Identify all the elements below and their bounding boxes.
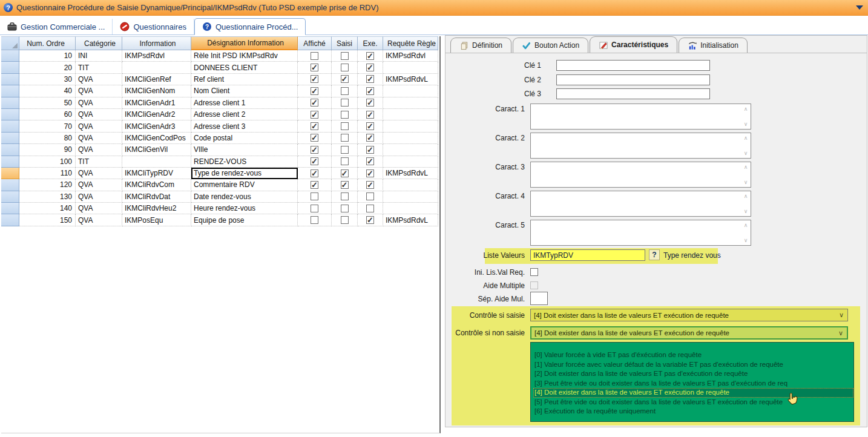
cell-saisi[interactable]	[332, 156, 358, 168]
saisi-checkbox[interactable]	[341, 122, 349, 130]
row-selector[interactable]	[1, 203, 19, 214]
row-selector[interactable]	[1, 74, 19, 85]
caract-4-textarea[interactable]: ∧∨	[530, 191, 751, 217]
cell-exe[interactable]	[358, 109, 383, 120]
cell-affiche[interactable]	[298, 144, 332, 156]
cell-saisi[interactable]	[332, 214, 358, 226]
affiche-checkbox[interactable]	[311, 52, 318, 60]
liste-valeurs-help-button[interactable]: ?	[649, 249, 660, 260]
cell-affiche[interactable]	[298, 133, 332, 144]
cell-designation[interactable]: Adresse client 1	[191, 97, 298, 109]
cell-designation[interactable]: Ref client	[191, 74, 298, 85]
cell-exe[interactable]	[358, 50, 383, 62]
panel-tab-bouton-action[interactable]: Bouton Action	[513, 38, 588, 53]
cell-information[interactable]: IKMCliRdvCom	[122, 179, 191, 191]
caract-5-textarea[interactable]: ∧∨	[530, 220, 751, 246]
table-row[interactable]: 140QVAIKMCliRdvHeu2Heure rendez-vous	[1, 203, 439, 214]
cell-affiche[interactable]	[298, 120, 332, 132]
cell-requete[interactable]	[383, 85, 438, 97]
table-row[interactable]: 40QVAIKMCliGenNomNom Client	[1, 85, 439, 97]
exe-checkbox[interactable]	[366, 192, 374, 200]
cell-designation[interactable]: Code postal	[191, 133, 298, 144]
cell-saisi[interactable]	[332, 85, 358, 97]
column-header-cat-gorie[interactable]: Catégorie	[76, 36, 122, 50]
cell-categorie[interactable]: INI	[76, 50, 122, 62]
cell-categorie[interactable]: QVA	[76, 85, 122, 97]
exe-checkbox[interactable]	[366, 146, 374, 154]
cle-3-input[interactable]	[556, 88, 710, 99]
tab-questionnaire-proc-d[interactable]: ?Questionnaire Procéd...	[194, 18, 306, 35]
cell-saisi[interactable]	[332, 133, 358, 144]
cell-num-ordre[interactable]: 140	[19, 203, 76, 214]
row-selector[interactable]	[1, 214, 19, 226]
affiche-checkbox[interactable]	[311, 157, 318, 165]
caract-2-textarea[interactable]: ∧∨	[530, 133, 751, 159]
cell-categorie[interactable]: QVA	[76, 133, 122, 144]
cell-affiche[interactable]	[298, 97, 332, 109]
cell-categorie[interactable]: QVA	[76, 179, 122, 191]
exe-checkbox[interactable]	[366, 52, 374, 60]
affiche-checkbox[interactable]	[311, 205, 318, 212]
cell-requete[interactable]	[383, 203, 438, 214]
cell-num-ordre[interactable]: 50	[19, 97, 76, 109]
table-row[interactable]: 110QVAIKMCliTypRDVType de rendez-vousIKM…	[1, 168, 439, 179]
cell-designation[interactable]: Date rendez-vous	[191, 191, 298, 203]
cell-saisi[interactable]	[332, 109, 358, 120]
cell-saisi[interactable]	[332, 120, 358, 132]
cell-requete[interactable]	[383, 120, 438, 132]
cell-num-ordre[interactable]: 130	[19, 191, 76, 203]
dropdown-option-6[interactable]: [6] Exécution de la requête uniquement	[533, 407, 853, 416]
row-selector[interactable]	[1, 191, 19, 203]
row-selector[interactable]	[1, 85, 19, 97]
exe-checkbox[interactable]	[366, 75, 374, 83]
cell-information[interactable]: IKMCliGenAdr1	[122, 97, 191, 109]
table-row[interactable]: 150QVAIKMPosEquEquipe de poseIKMPsdRdvL	[1, 214, 439, 226]
column-header-num-ordre[interactable]: Num. Ordre	[19, 36, 76, 50]
cell-designation[interactable]: DONNEES CLIENT	[191, 62, 298, 73]
tab-questionnaires[interactable]: Questionnaires	[113, 19, 194, 34]
dropdown-option-0[interactable]: [0] Valeur forcée à vide ET pas d'éxécut…	[533, 350, 853, 360]
tab-gestion-commerciale[interactable]: Gestion Commerciale ...	[0, 19, 113, 34]
cell-affiche[interactable]	[298, 214, 332, 226]
cell-num-ordre[interactable]: 110	[19, 168, 76, 179]
saisi-checkbox[interactable]	[341, 157, 349, 165]
cell-designation[interactable]: Adresse client 3	[191, 120, 298, 132]
row-selector[interactable]	[1, 133, 19, 144]
row-selector[interactable]	[1, 109, 19, 120]
exe-checkbox[interactable]	[366, 64, 374, 71]
exe-checkbox[interactable]	[366, 111, 374, 119]
caract-1-textarea[interactable]: ∧∨	[530, 104, 751, 130]
cell-requete[interactable]	[383, 109, 438, 120]
cell-saisi[interactable]	[332, 191, 358, 203]
cell-num-ordre[interactable]: 90	[19, 144, 76, 156]
cell-designation[interactable]: Rèle Init PSD IKMPsdRdv	[191, 50, 298, 62]
cell-information[interactable]: IKMCliRdvHeu2	[122, 203, 191, 214]
exe-checkbox[interactable]	[366, 216, 374, 224]
dropdown-option-5[interactable]: [5] Peut être vide ou doit exister dans …	[533, 398, 853, 407]
cell-information[interactable]: IKMPosEqu	[122, 214, 191, 226]
cell-categorie[interactable]: QVA	[76, 168, 122, 179]
cell-information[interactable]: IKMCliGenRef	[122, 74, 191, 85]
saisi-checkbox[interactable]	[341, 134, 349, 142]
cell-information[interactable]: IKMPsdRdvl	[122, 50, 191, 62]
table-row[interactable]: 20TITDONNEES CLIENT	[1, 62, 439, 73]
cell-exe[interactable]	[358, 203, 383, 214]
cell-designation[interactable]: Type de rendez-vous	[191, 168, 298, 179]
table-row[interactable]: 130QVAIKMCliRdvDatDate rendez-vous	[1, 191, 439, 203]
cell-affiche[interactable]	[298, 191, 332, 203]
cell-information[interactable]: IKMCliGenAdr3	[122, 120, 191, 132]
cell-requete[interactable]	[383, 156, 438, 168]
cell-exe[interactable]	[358, 214, 383, 226]
column-header-affich[interactable]: Affiché	[298, 36, 332, 50]
cell-designation[interactable]: VIlle	[191, 144, 298, 156]
table-row[interactable]: 90QVAIKMCliGenVilVIlle	[1, 144, 439, 156]
cell-num-ordre[interactable]: 80	[19, 133, 76, 144]
cle-2-input[interactable]	[556, 74, 710, 85]
dropdown-option-3[interactable]: [3] Peut être vide ou doit exister dans …	[533, 379, 853, 389]
table-row[interactable]: 120QVAIKMCliRdvComCommentaire RDV	[1, 179, 439, 191]
exe-checkbox[interactable]	[366, 181, 374, 189]
cell-categorie[interactable]: QVA	[76, 191, 122, 203]
cell-requete[interactable]: IKMPsdRdvL	[383, 214, 438, 226]
scrollbar-arrows[interactable]: ∧∨	[741, 134, 750, 157]
cell-exe[interactable]	[358, 168, 383, 179]
